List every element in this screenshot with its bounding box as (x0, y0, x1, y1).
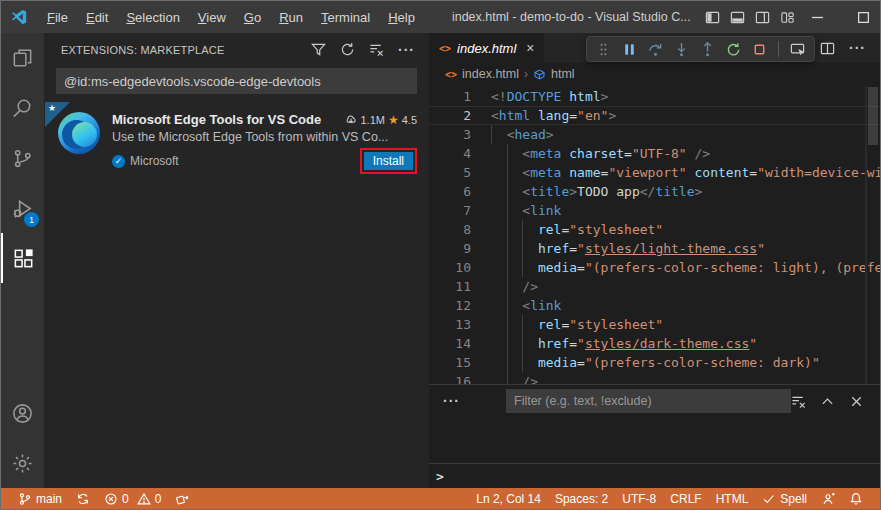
tab-index-html[interactable]: <> index.html × (429, 33, 544, 63)
breadcrumb[interactable]: <> index.html › html (429, 63, 880, 85)
encoding[interactable]: UTF-8 (615, 492, 663, 506)
verified-publisher-icon: ✓ (112, 155, 125, 168)
launch-indicator[interactable] (168, 488, 196, 509)
code-line[interactable]: 9 href="styles/light-theme.css" (429, 239, 880, 258)
menu-view[interactable]: View (189, 7, 235, 28)
step-out-icon[interactable] (700, 42, 715, 57)
sidebar-header: EXTENSIONS: MARKETPLACE ··· (44, 33, 429, 64)
eol-value: CRLF (670, 492, 701, 506)
extension-card[interactable]: ★ Microsoft Edge Tools for VS Code 1.1M … (44, 100, 429, 184)
code-line[interactable]: 2<html lang="en"> (429, 106, 880, 125)
indent-guide (507, 277, 508, 296)
menu-help[interactable]: Help (379, 7, 424, 28)
launch-browser-icon (175, 492, 189, 506)
close-panel-icon[interactable] (849, 394, 864, 409)
code-line[interactable]: 8 rel="stylesheet" (429, 220, 880, 239)
install-button[interactable]: Install (364, 152, 413, 170)
step-over-icon[interactable] (648, 42, 663, 57)
editor-scrollbar[interactable] (866, 85, 880, 384)
pause-icon[interactable] (622, 42, 637, 57)
code-editor[interactable]: 1<!DOCTYPE html>2<html lang="en">3 <head… (429, 85, 880, 384)
breadcrumb-file-icon: <> (445, 69, 457, 80)
clear-extension-search-icon[interactable] (369, 42, 384, 57)
notifications[interactable] (842, 492, 870, 506)
clear-console-icon[interactable] (791, 394, 806, 409)
breadcrumb-node[interactable]: html (551, 67, 575, 81)
more-actions-icon[interactable]: ··· (398, 45, 415, 55)
toggle-secondary-sidebar-icon[interactable] (755, 10, 770, 25)
toggle-sidebar-icon[interactable] (705, 10, 720, 25)
maximize-button[interactable] (841, 1, 881, 33)
toolbar-drag-grip-icon[interactable] (596, 42, 611, 57)
feedback[interactable] (814, 492, 842, 506)
explorer-icon[interactable] (1, 33, 44, 83)
line-number: 9 (429, 239, 471, 258)
restart-icon[interactable] (726, 42, 741, 57)
maximize-panel-icon[interactable] (820, 394, 835, 409)
minimize-button[interactable] (795, 1, 841, 33)
install-highlight-box: Install (360, 148, 417, 174)
step-into-icon[interactable] (674, 42, 689, 57)
menu-file[interactable]: File (38, 7, 77, 28)
run-debug-icon[interactable]: 1 (1, 183, 44, 233)
source-control-icon[interactable] (1, 133, 44, 183)
menu-run[interactable]: Run (270, 7, 312, 28)
cursor-position[interactable]: Ln 2, Col 14 (469, 492, 548, 506)
code-line[interactable]: 5 <meta name="viewport" content="width=d… (429, 163, 880, 182)
search-icon[interactable] (1, 83, 44, 133)
menu-edit[interactable]: Edit (77, 7, 117, 28)
code-line[interactable]: 7 <link (429, 201, 880, 220)
refresh-icon[interactable] (340, 42, 355, 57)
spell-checker[interactable]: Spell (755, 492, 814, 506)
install-count-icon (345, 114, 357, 126)
indent-guide (522, 220, 523, 239)
extension-name: Microsoft Edge Tools for VS Code (112, 112, 321, 127)
problems-indicator[interactable]: 0 0 (97, 488, 168, 509)
console-repl[interactable]: > (429, 463, 880, 488)
status-bar-right: Ln 2, Col 14 Spaces: 2 UTF-8 CRLF HTML S… (469, 492, 870, 506)
language-mode[interactable]: HTML (709, 492, 756, 506)
code-line[interactable]: 4 <meta charset="UTF-8" /> (429, 144, 880, 163)
rating-value: 4.5 (402, 114, 417, 126)
stop-icon[interactable] (752, 42, 767, 57)
menu-selection[interactable]: Selection (117, 7, 188, 28)
code-line[interactable]: 16 /> (429, 372, 880, 384)
branch-indicator[interactable]: main (11, 488, 69, 509)
code-line[interactable]: 1<!DOCTYPE html> (429, 87, 880, 106)
menu-terminal[interactable]: Terminal (312, 7, 379, 28)
tab-close-icon[interactable]: × (526, 40, 534, 56)
code-line[interactable]: 12 <link (429, 296, 880, 315)
code-line[interactable]: 11 /> (429, 277, 880, 296)
extension-stats: 1.1M ★ 4.5 (345, 113, 417, 127)
code-line[interactable]: 6 <title>TODO app</title> (429, 182, 880, 201)
scrollbar-thumb[interactable] (868, 87, 878, 145)
panel-more-icon[interactable]: ··· (443, 393, 460, 409)
filter-icon[interactable] (311, 42, 326, 57)
indent-guide (522, 315, 523, 334)
extensions-icon[interactable] (1, 233, 44, 283)
editor-more-actions-icon[interactable]: ··· (849, 43, 866, 53)
customize-layout-icon[interactable] (780, 10, 795, 25)
toggle-panel-icon[interactable] (730, 10, 745, 25)
extension-search-input[interactable] (56, 68, 417, 94)
accounts-icon[interactable] (1, 388, 44, 438)
line-content: rel="stylesheet" (471, 220, 880, 239)
code-lines: 1<!DOCTYPE html>2<html lang="en">3 <head… (429, 87, 880, 384)
indent-guide (507, 353, 508, 372)
indentation[interactable]: Spaces: 2 (548, 492, 615, 506)
inspect-icon[interactable] (790, 42, 805, 57)
code-line[interactable]: 14 href="styles/dark-theme.css" (429, 334, 880, 353)
sync-indicator[interactable] (69, 488, 97, 509)
menu-go[interactable]: Go (235, 7, 270, 28)
eol-sequence[interactable]: CRLF (663, 492, 708, 506)
code-line[interactable]: 15 media="(prefers-color-scheme: dark)" (429, 353, 880, 372)
line-number: 3 (429, 125, 471, 144)
console-filter-input[interactable] (506, 389, 791, 413)
breadcrumb-file[interactable]: index.html (462, 67, 519, 81)
settings-gear-icon[interactable] (1, 438, 44, 488)
warning-count: 0 (155, 492, 162, 506)
split-editor-icon[interactable] (820, 41, 835, 56)
code-line[interactable]: 13 rel="stylesheet" (429, 315, 880, 334)
code-line[interactable]: 3 <head> (429, 125, 880, 144)
code-line[interactable]: 10 media="(prefers-color-scheme: light),… (429, 258, 880, 277)
